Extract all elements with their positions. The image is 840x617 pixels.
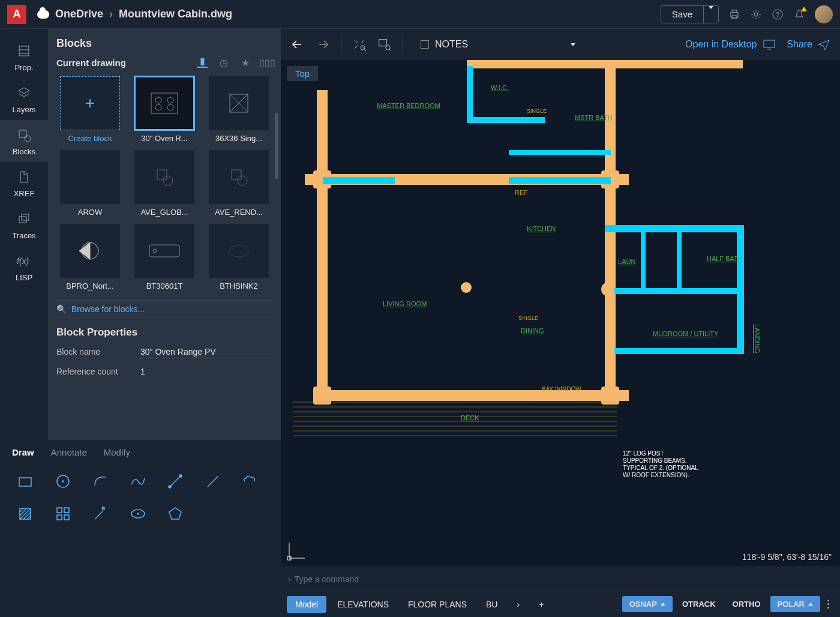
tool-dim[interactable]: n (87, 501, 113, 527)
tool-revcloud[interactable] (237, 468, 263, 495)
block-grid: + Create block 30" Oven R... 36X36 Sing.… (56, 76, 272, 290)
checkbox-icon (421, 40, 429, 49)
command-bar[interactable]: › Type a command (281, 567, 840, 591)
tool-arc[interactable] (87, 468, 113, 495)
cloud-icon (37, 10, 49, 19)
ucs-icon (284, 539, 308, 563)
layout-tab-next[interactable]: › (508, 596, 528, 613)
share-link[interactable]: Share (787, 39, 830, 50)
toggle-otrack[interactable]: OTRACK (675, 596, 723, 612)
block-thumb (134, 224, 194, 278)
block-label: 30" Oven R... (134, 134, 194, 143)
block-thumb (209, 150, 269, 204)
tool-line[interactable] (200, 468, 226, 495)
block-bt30601t[interactable]: BT30601T (131, 224, 198, 290)
block-oven-range[interactable]: 30" Oven R... (131, 76, 198, 143)
avatar[interactable] (815, 5, 833, 23)
tool-hatch[interactable] (12, 501, 38, 527)
prop-name-value[interactable]: 30" Oven Range PV (140, 347, 272, 358)
gear-icon[interactable] (750, 8, 762, 20)
block-thumb (60, 224, 120, 278)
rail-label: XREF (14, 189, 35, 198)
more-icon[interactable] (823, 600, 834, 609)
toggle-ortho[interactable]: ORTHO (725, 596, 768, 612)
chevron-right-icon: › (288, 574, 291, 584)
print-icon[interactable] (728, 8, 740, 20)
block-bpro-north[interactable]: BPRO_Nort... (56, 224, 124, 290)
redo-icon[interactable] (316, 37, 330, 52)
drawing-canvas[interactable]: Top 118'-9 5/8", 63'-8 15/16" MASTER BED… (281, 60, 840, 567)
separator (341, 36, 341, 53)
app-logo[interactable]: A (7, 5, 26, 24)
rail-traces[interactable]: Traces (0, 204, 48, 246)
svg-rect-45 (57, 515, 62, 520)
svg-point-32 (62, 481, 64, 482)
toggle-polar[interactable]: POLAR (770, 596, 821, 612)
tab-modify[interactable]: Modify (104, 447, 130, 457)
zoom-window-icon[interactable] (377, 37, 392, 52)
block-label: BPRO_Nort... (60, 281, 120, 290)
block-ave-rend[interactable]: AVE_REND... (205, 150, 272, 217)
breadcrumb: OneDrive › Mountview Cabin.dwg (37, 8, 232, 20)
tool-polygon[interactable] (162, 501, 188, 527)
breadcrumb-file[interactable]: Mountview Cabin.dwg (119, 8, 232, 20)
prop-name-label: Block name (56, 347, 140, 358)
filter-recent-icon[interactable]: ▮ (197, 57, 208, 68)
svg-line-36 (208, 476, 218, 487)
rail-lisp[interactable]: f(x) LISP (0, 246, 48, 288)
layer-dropdown[interactable]: NOTES (414, 36, 582, 53)
save-dropdown[interactable] (703, 6, 718, 23)
coordinate-readout: 118'-9 5/8", 63'-8 15/16" (742, 552, 832, 562)
top-bar: A OneDrive › Mountview Cabin.dwg Save ? (0, 0, 840, 29)
breadcrumb-root[interactable]: OneDrive (55, 8, 103, 20)
layout-tab-floorplans[interactable]: FLOOR PLANS (400, 596, 475, 613)
rail-xref[interactable]: XREF (0, 162, 48, 204)
tool-line-2pt[interactable] (162, 468, 188, 495)
save-button[interactable]: Save (661, 6, 703, 23)
block-create[interactable]: + Create block (56, 76, 124, 143)
layout-tab-model[interactable]: Model (287, 596, 326, 613)
filter-star-icon[interactable]: ★ (240, 57, 251, 68)
bell-icon[interactable] (793, 8, 805, 20)
help-icon[interactable]: ? (772, 8, 784, 20)
tool-array[interactable] (50, 501, 76, 527)
zoom-extents-icon[interactable] (352, 37, 367, 52)
monitor-icon (763, 39, 776, 50)
svg-text:f(x): f(x) (17, 256, 29, 266)
svg-point-16 (167, 97, 173, 103)
block-label: Create block (60, 134, 120, 143)
scrollbar-thumb[interactable] (275, 113, 278, 179)
tab-draw[interactable]: Draw (12, 447, 34, 457)
undo-icon[interactable] (290, 37, 305, 52)
block-arow[interactable]: AROW (56, 150, 124, 217)
filter-library-icon[interactable]: ▯▯▯ (262, 57, 272, 68)
svg-line-56 (389, 49, 391, 51)
block-thumb (60, 150, 120, 204)
block-36x36[interactable]: 36X36 Sing... (205, 76, 272, 143)
layout-tab-elevations[interactable]: ELEVATIONS (329, 596, 397, 613)
layout-tab-add[interactable]: + (530, 596, 552, 613)
open-in-desktop-link[interactable]: Open in Desktop (685, 39, 776, 50)
block-ave-glob[interactable]: AVE_GLOB... (131, 150, 198, 217)
tool-ellipse[interactable] (125, 501, 151, 527)
layout-tab-truncated[interactable]: BU (478, 596, 506, 613)
browse-blocks-link[interactable]: 🔍 Browse for blocks... (56, 300, 272, 318)
tab-annotate[interactable]: Annotate (51, 447, 87, 457)
view-badge[interactable]: Top (287, 66, 318, 81)
svg-line-39 (20, 508, 27, 516)
tool-circle[interactable] (50, 468, 76, 495)
chevron-down-icon (571, 43, 575, 46)
rail-blocks[interactable]: Blocks (0, 120, 48, 162)
block-bthsink2[interactable]: BTHSINK2 (205, 224, 272, 290)
block-thumb (134, 76, 194, 130)
rail-properties[interactable]: Prop. (0, 36, 48, 78)
svg-line-47 (95, 511, 103, 519)
svg-rect-12 (22, 214, 29, 220)
rail-layers[interactable]: Layers (0, 78, 48, 120)
tool-polyline[interactable] (125, 468, 151, 495)
block-thumb (134, 150, 194, 204)
tool-rectangle[interactable] (12, 468, 38, 495)
filter-clock-icon[interactable]: ◷ (218, 57, 229, 68)
toggle-osnap[interactable]: OSNAP (622, 596, 673, 612)
block-label: AROW (60, 208, 120, 217)
